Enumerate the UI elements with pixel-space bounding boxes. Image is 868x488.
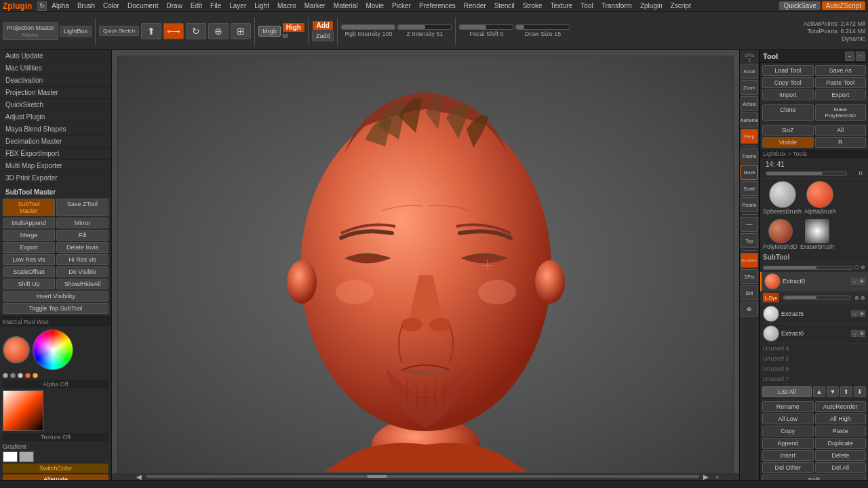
subtool-lock-2[interactable]: ⊗ xyxy=(859,330,865,337)
stm-hi-res-btn[interactable]: Hi Res vis xyxy=(56,254,108,265)
subtool-item-unused7[interactable]: Unused 7 xyxy=(760,374,868,384)
all-high-btn[interactable]: All High xyxy=(815,413,867,424)
color-swatch-main[interactable] xyxy=(3,336,30,363)
r-btn[interactable]: R xyxy=(815,137,867,148)
aaframe-btn[interactable]: Aaframe xyxy=(741,113,758,127)
alternate-btn[interactable]: Alternate xyxy=(3,474,108,480)
frame-btn[interactable]: Frame xyxy=(741,148,758,163)
export-btn[interactable]: Export xyxy=(815,89,867,100)
draw-track[interactable] xyxy=(515,24,570,30)
color-wheel[interactable] xyxy=(33,329,73,370)
menu-file[interactable]: File xyxy=(207,1,224,10)
polymesh-preview[interactable] xyxy=(768,219,793,243)
color-dot-4[interactable] xyxy=(25,373,31,378)
dynamic-rt-btn[interactable]: Dynamic xyxy=(741,253,758,268)
grad-white[interactable] xyxy=(3,451,18,462)
split-btn[interactable]: Split xyxy=(762,474,866,480)
top-rt-btn[interactable]: Top xyxy=(741,233,758,248)
zoom-btn[interactable]: Zoom xyxy=(741,80,758,95)
scale-icon-btn[interactable]: ⟷ xyxy=(163,23,184,39)
stm-do-visible-btn[interactable]: Do Visible xyxy=(56,266,108,277)
stm-save-ztool-btn[interactable]: Save ZTool xyxy=(56,199,108,216)
stm-invert-vis-btn[interactable]: Invert Visibility xyxy=(3,291,108,302)
rp-minimize-btn[interactable]: − xyxy=(845,52,854,61)
menu-stroke[interactable]: Stroke xyxy=(519,1,546,10)
stm-scale-offset-btn[interactable]: ScaleOffset xyxy=(3,266,55,277)
menu-zscript[interactable]: Zscript xyxy=(667,1,694,10)
menu-render[interactable]: Render xyxy=(460,1,490,10)
lp-deactivation[interactable]: Deactivation xyxy=(0,75,111,87)
rgb-track[interactable] xyxy=(341,24,395,30)
line-rt-btn[interactable]: — xyxy=(741,217,758,232)
clone-btn[interactable]: Clone xyxy=(762,104,814,121)
quick-sketch-btn[interactable]: Quick Sketch xyxy=(99,26,139,36)
menu-picker[interactable]: Picker xyxy=(389,1,414,10)
move-rt-btn[interactable]: Move xyxy=(741,165,758,180)
menu-color[interactable]: Color xyxy=(100,1,123,10)
menu-edit[interactable]: Edit xyxy=(187,1,205,10)
stm-delete-invis-btn[interactable]: Delete Invis xyxy=(56,242,108,253)
ldyn-slider[interactable] xyxy=(783,296,850,300)
all-btn[interactable]: All xyxy=(815,125,867,136)
perp-btn[interactable]: Perp xyxy=(741,129,758,144)
lightbox-btn[interactable]: LightBox xyxy=(60,26,92,37)
spts-rt-btn[interactable]: SPts xyxy=(741,269,758,284)
del-all-btn[interactable]: Del All xyxy=(815,462,867,473)
color-dot-5[interactable] xyxy=(33,373,38,378)
stm-show-hide-btn[interactable]: Show/HideAll xyxy=(56,279,108,289)
rp-expand-btn[interactable]: □ xyxy=(856,52,865,61)
lp-maya-blend[interactable]: Maya Blend Shapes xyxy=(0,123,111,136)
lp-adjust-plugin[interactable]: Adjust Plugin xyxy=(0,111,111,123)
quicksave-btn[interactable]: QuickSave xyxy=(779,1,820,10)
menu-material[interactable]: Material xyxy=(330,1,361,10)
stm-multiappend-btn[interactable]: MultiAppend xyxy=(3,218,55,228)
menu-macro[interactable]: Macro xyxy=(274,1,300,10)
load-tool-btn[interactable]: Load Tool xyxy=(762,65,814,76)
menu-light[interactable]: Light xyxy=(251,1,273,10)
scale-rt-btn[interactable]: Scale xyxy=(741,181,758,196)
goz-btn[interactable]: GoZ xyxy=(762,125,814,136)
menu-transform[interactable]: Transform xyxy=(598,1,635,10)
list-top-btn[interactable]: ⬆ xyxy=(840,386,852,397)
menu-brush[interactable]: Brush xyxy=(74,1,98,10)
menu-texture[interactable]: Texture xyxy=(547,1,576,10)
subtool-item-0[interactable]: Extract0 ○ ⊗ xyxy=(760,272,868,291)
menu-tool[interactable]: Tool xyxy=(577,1,596,10)
subtool-item-ldyn[interactable]: L-Dyn ⊗ ⊗ xyxy=(760,291,868,304)
subtool-vis-2[interactable]: ○ xyxy=(851,330,858,337)
stm-export-btn[interactable]: Export xyxy=(3,242,55,253)
subtool-item-1[interactable]: Extract5 ○ ⊗ xyxy=(760,304,868,324)
lp-mac-utilities[interactable]: Mac Utilities xyxy=(0,62,111,75)
visible-btn[interactable]: Visible xyxy=(762,137,814,148)
extra-icon-btn2[interactable]: ⊞ xyxy=(231,23,251,39)
subtool-slider-icons[interactable]: ⬡ ⊗ xyxy=(854,264,865,270)
focal-track[interactable] xyxy=(459,24,513,30)
lp-decimation[interactable]: Decimation Master xyxy=(0,136,111,148)
add-btn[interactable]: Add xyxy=(313,21,332,30)
save-as-btn[interactable]: Save As xyxy=(815,65,867,76)
make-polymesh-btn[interactable]: Make PolyMesh3D xyxy=(815,104,867,121)
paste-action-btn[interactable]: Paste xyxy=(815,426,867,436)
menu-zplugin[interactable]: Zplugin xyxy=(637,1,666,10)
extra-rt-btn[interactable]: ⊕ xyxy=(741,302,758,317)
list-up-btn[interactable]: ▲ xyxy=(813,386,825,397)
import-btn[interactable]: Import xyxy=(762,89,814,100)
rotate-rt-btn[interactable]: Rotate xyxy=(741,197,758,212)
stm-subtool-master-btn[interactable]: SubToolMaster xyxy=(3,199,55,216)
extra-icon-btn[interactable]: ⊕ xyxy=(208,23,229,39)
subtool-item-2[interactable]: Extract0 ○ ⊗ xyxy=(760,324,868,344)
app-reload-icon[interactable]: ↻ xyxy=(37,1,47,11)
scroll-right-arrow[interactable]: ▶ xyxy=(699,473,713,481)
mrgb-btn[interactable]: Mrgb xyxy=(258,26,281,37)
scroll-thumb[interactable] xyxy=(367,475,387,478)
high-value[interactable]: High xyxy=(283,23,304,32)
append-btn[interactable]: Append xyxy=(762,438,814,449)
stm-mirror-btn[interactable]: Mirror xyxy=(56,218,108,228)
copy-tool-btn[interactable]: Copy Tool xyxy=(762,77,814,88)
all-low-btn[interactable]: All Low xyxy=(762,413,814,424)
sphere-brush-preview[interactable] xyxy=(769,181,796,208)
subtool-lock-0[interactable]: ⊗ xyxy=(859,278,865,285)
lp-quicksketch[interactable]: QuickSketch xyxy=(0,99,111,111)
menu-stencil[interactable]: Stencil xyxy=(491,1,518,10)
lp-3dprint[interactable]: 3D Print Exporter xyxy=(0,172,111,184)
